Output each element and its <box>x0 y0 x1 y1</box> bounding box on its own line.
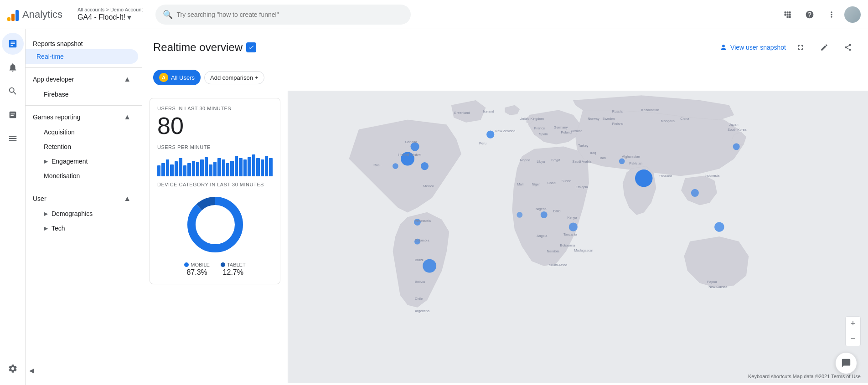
svg-text:Kazakhstan: Kazakhstan <box>641 108 659 112</box>
sidebar-item-realtime[interactable]: Real-time <box>26 49 138 64</box>
sidebar-item-firebase[interactable]: Firebase <box>26 87 138 102</box>
sidebar-item-monetisation[interactable]: Monetisation <box>26 169 138 183</box>
svg-text:Japan: Japan <box>729 123 738 127</box>
svg-text:Mexico: Mexico <box>423 184 434 188</box>
bar <box>196 162 199 176</box>
map-dot <box>486 131 494 139</box>
tech-chevron: ▶ <box>44 225 48 231</box>
map-dot <box>714 222 724 231</box>
sidebar-item-retention[interactable]: Retention <box>26 139 138 154</box>
nav-alerts[interactable] <box>2 56 24 78</box>
map-dot <box>541 211 548 218</box>
add-comparison-button[interactable]: Add comparison + <box>204 71 264 84</box>
map-zoom-in-button[interactable]: + <box>846 317 860 331</box>
bar <box>166 159 169 176</box>
map-dot <box>421 162 429 170</box>
sidebar-app-developer[interactable]: App developer ▲ <box>26 72 138 87</box>
users-per-minute-chart <box>157 154 273 176</box>
collapse-sidebar-button[interactable]: ◀ <box>26 363 38 378</box>
share-button[interactable] <box>839 38 857 56</box>
svg-text:Saudi Arabia: Saudi Arabia <box>572 159 592 164</box>
avatar[interactable] <box>844 6 861 23</box>
svg-text:United Kingdom: United Kingdom <box>520 117 544 121</box>
svg-text:Iran: Iran <box>600 156 606 160</box>
sidebar-user[interactable]: User ▲ <box>26 191 138 206</box>
map-dot <box>733 143 740 150</box>
edit-button[interactable] <box>815 38 833 56</box>
tablet-legend: TABLET 12.7% <box>221 262 246 277</box>
bar <box>226 163 229 176</box>
main-content: Realtime overview View user snapshot <box>142 29 868 385</box>
search-input[interactable] <box>176 11 403 18</box>
map-dot <box>423 259 436 273</box>
account-name[interactable]: GA4 - Flood-It! ▾ <box>78 12 143 22</box>
all-users-filter[interactable]: A All Users <box>153 70 201 85</box>
games-reporting-chevron: ▲ <box>124 113 131 121</box>
apps-button[interactable] <box>779 5 797 24</box>
svg-text:Iceland: Iceland <box>483 109 494 113</box>
svg-text:Germany: Germany <box>554 125 568 129</box>
svg-text:Iraq: Iraq <box>590 151 596 155</box>
svg-text:Kenya: Kenya <box>567 216 577 220</box>
help-button[interactable] <box>801 5 819 24</box>
map-dot <box>393 163 398 169</box>
nav-configure[interactable] <box>2 128 24 149</box>
more-button[interactable] <box>822 5 841 24</box>
page-title-area: Realtime overview <box>153 41 256 54</box>
bar <box>205 157 208 177</box>
main-top-bar: Realtime overview View user snapshot <box>142 29 868 64</box>
nav-reports[interactable] <box>2 33 24 55</box>
svg-text:Papua: Papua <box>707 280 717 284</box>
svg-text:Tanzania: Tanzania <box>563 232 578 236</box>
svg-text:Pakistan: Pakistan <box>629 161 642 165</box>
map-dot <box>691 189 699 197</box>
bar <box>200 159 203 176</box>
sidebar-item-engagement[interactable]: ▶ Engagement <box>26 154 138 169</box>
app-header: Analytics All accounts > Demo Account GA… <box>0 0 868 29</box>
nav-settings[interactable] <box>2 358 24 380</box>
users-value: 80 <box>157 113 273 139</box>
svg-text:Argentina: Argentina <box>415 309 430 313</box>
fullscreen-button[interactable] <box>791 38 810 56</box>
sidebar-divider-3 <box>26 187 142 187</box>
logo-area: Analytics <box>7 8 62 21</box>
view-snapshot-button[interactable]: View user snapshot <box>719 43 786 51</box>
map-dot <box>569 223 578 231</box>
main-actions: View user snapshot <box>719 38 857 56</box>
bar <box>243 159 247 176</box>
sidebar-item-demographics[interactable]: ▶ Demographics <box>26 206 138 221</box>
nav-explore[interactable] <box>2 80 24 102</box>
sidebar-reports-snapshot[interactable]: Reports snapshot <box>26 36 142 49</box>
content-area: USERS IN LAST 30 MINUTES 80 USERS PER MI… <box>142 91 868 383</box>
bar <box>256 158 259 176</box>
users-label: USERS IN LAST 30 MINUTES <box>157 106 273 111</box>
bar <box>192 161 195 177</box>
sidebar-games-reporting[interactable]: Games reporting ▲ <box>26 109 138 125</box>
sidebar-item-acquisition[interactable]: Acquisition <box>26 125 138 139</box>
user-chevron: ▲ <box>124 195 131 203</box>
svg-text:South Africa: South Africa <box>549 263 568 267</box>
sidebar-item-tech[interactable]: ▶ Tech <box>26 221 138 236</box>
add-icon: + <box>255 74 258 81</box>
tablet-label: TABLET <box>227 262 246 267</box>
nav-advertising[interactable] <box>2 104 24 126</box>
bar <box>222 159 225 176</box>
bar <box>261 159 264 176</box>
svg-text:Namibia: Namibia <box>547 249 560 253</box>
map-zoom-out-button[interactable]: − <box>846 331 860 346</box>
svg-text:Ukraine: Ukraine <box>571 129 583 133</box>
chat-button[interactable] <box>835 352 857 374</box>
account-dropdown-icon[interactable]: ▾ <box>127 12 131 22</box>
svg-point-2 <box>197 206 233 243</box>
bar <box>183 165 186 176</box>
bar <box>269 158 272 176</box>
bar <box>248 157 251 177</box>
svg-text:Nigeria: Nigeria <box>536 207 547 211</box>
account-info[interactable]: All accounts > Demo Account GA4 - Flood-… <box>78 7 143 22</box>
svg-text:Norway: Norway <box>588 117 599 121</box>
svg-text:Chad: Chad <box>548 181 556 185</box>
mobile-dot <box>184 262 189 267</box>
map-dot <box>619 158 625 164</box>
world-map-svg: United States Canada Venezuela Colombia … <box>288 91 868 383</box>
search-bar[interactable]: 🔍 <box>155 5 411 25</box>
